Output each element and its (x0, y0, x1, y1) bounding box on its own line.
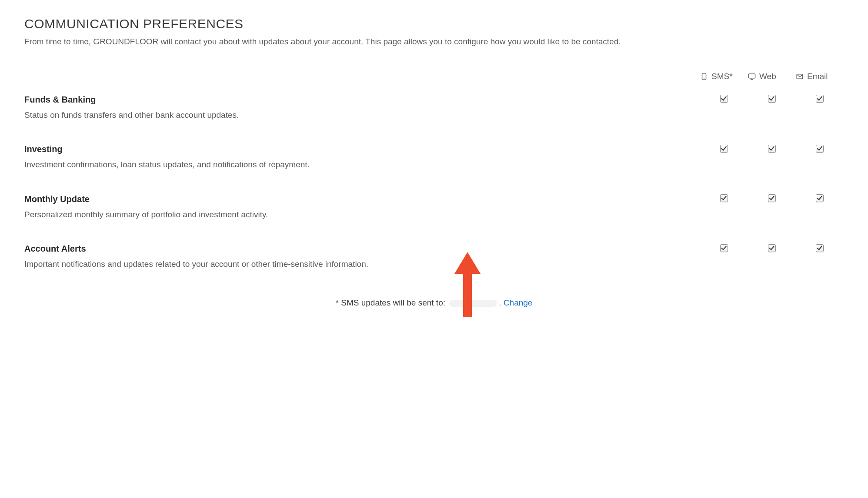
pref-check-cell-web (748, 144, 796, 194)
pref-row-title: Monthly Update (24, 194, 683, 204)
svg-rect-2 (749, 74, 755, 78)
pref-row-desc: Important notifications and updates rela… (24, 258, 683, 270)
pref-check-cell-sms (700, 194, 748, 244)
pref-checkbox-sms[interactable] (720, 194, 728, 202)
pref-checkbox-web[interactable] (768, 194, 776, 202)
pref-row: InvestingInvestment confirmations, loan … (24, 144, 844, 194)
page-subtitle: From time to time, GROUNDFLOOR will cont… (24, 36, 844, 48)
pref-row: Funds & BankingStatus on funds transfers… (24, 95, 844, 145)
pref-row-title: Funds & Banking (24, 95, 683, 105)
pref-desc-cell: Monthly UpdatePersonalized monthly summa… (24, 194, 700, 244)
pref-checkbox-web[interactable] (768, 244, 776, 252)
pref-check-cell-email (796, 194, 844, 244)
sms-footnote-prefix: * SMS updates will be sent to: (336, 298, 445, 307)
pref-check-cell-sms (700, 95, 748, 145)
pref-checkbox-web[interactable] (768, 145, 776, 153)
pref-desc-cell: Funds & BankingStatus on funds transfers… (24, 95, 700, 145)
pref-row-title: Account Alerts (24, 244, 683, 254)
change-phone-link[interactable]: Change (504, 298, 533, 307)
pref-checkbox-sms[interactable] (720, 145, 728, 153)
phone-icon (700, 73, 708, 80)
pref-row-title: Investing (24, 144, 683, 154)
pref-desc-cell: Account AlertsImportant notifications an… (24, 244, 700, 294)
pref-row-desc: Personalized monthly summary of portfoli… (24, 209, 683, 221)
pref-row-desc: Investment confirmations, loan status up… (24, 159, 683, 171)
sms-footnote: * SMS updates will be sent to: . Change (24, 298, 844, 308)
channel-header-web: Web (748, 72, 776, 81)
pref-check-cell-web (748, 95, 796, 145)
page-title: COMMUNICATION PREFERENCES (24, 17, 844, 31)
pref-check-cell-web (748, 194, 796, 244)
mail-icon (796, 73, 804, 80)
channel-label-web: Web (759, 72, 776, 81)
channel-header-email: Email (796, 72, 828, 81)
pref-checkbox-sms[interactable] (720, 244, 728, 252)
pref-checkbox-web[interactable] (768, 95, 776, 103)
pref-row-desc: Status on funds transfers and other bank… (24, 109, 683, 121)
channel-header-sms: SMS* (700, 72, 733, 81)
pref-check-cell-email (796, 95, 844, 145)
pref-checkbox-email[interactable] (816, 95, 824, 103)
channel-label-sms: SMS* (711, 72, 733, 81)
pref-row: Monthly UpdatePersonalized monthly summa… (24, 194, 844, 244)
monitor-icon (748, 73, 756, 80)
pref-checkbox-email[interactable] (816, 244, 824, 252)
sms-phone-redacted (449, 300, 497, 307)
pref-check-cell-email (796, 244, 844, 294)
pref-check-cell-email (796, 144, 844, 194)
pref-check-cell-sms (700, 144, 748, 194)
pref-desc-cell: InvestingInvestment confirmations, loan … (24, 144, 700, 194)
pref-checkbox-email[interactable] (816, 145, 824, 153)
pref-checkbox-sms[interactable] (720, 95, 728, 103)
pref-checkbox-email[interactable] (816, 194, 824, 202)
preferences-table: SMS* Web Email Funds & BankingStatus on … (24, 67, 844, 294)
channel-label-email: Email (807, 72, 828, 81)
pref-check-cell-web (748, 244, 796, 294)
sms-footnote-punct: . (499, 298, 504, 307)
pref-check-cell-sms (700, 244, 748, 294)
pref-row: Account AlertsImportant notifications an… (24, 244, 844, 294)
